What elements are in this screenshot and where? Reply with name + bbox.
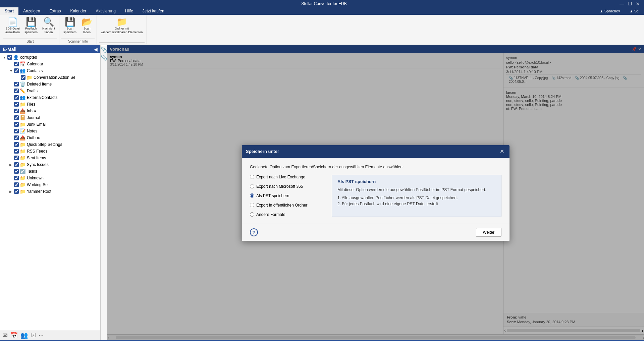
tree-item-tasks[interactable]: ☑️ Tasks [7, 168, 100, 175]
tree-item-unknown[interactable]: 📁 Unknown [7, 175, 100, 181]
language-button[interactable]: ▲ Sprache▾ [595, 7, 625, 15]
tab-anzeigen[interactable]: Anzeigen [18, 7, 45, 15]
option-als-pst[interactable]: Als PST speichern [250, 193, 324, 198]
tree-junk-email-checkbox[interactable] [14, 122, 19, 127]
tree-quick-step-checkbox[interactable] [14, 142, 19, 147]
tab-jetzt-kaufen[interactable]: Jetzt kaufen [138, 7, 169, 15]
attachment-strip: 📎 📎 [101, 45, 107, 340]
tree-tasks-checkbox[interactable] [14, 169, 19, 174]
ribbon-group-restore-buttons: 📁 Ordner mitwiederherstellbaren Elemente… [99, 16, 145, 42]
tree-calendar-checkbox[interactable] [14, 62, 19, 66]
tab-hilfe[interactable]: Hilfe [120, 7, 138, 15]
tab-aktivierung[interactable]: Aktivierung [91, 7, 120, 15]
tree-item-quick-step[interactable]: 📁 Quick Step Settings [7, 141, 100, 148]
sidebar-tree: ▼ 👤 corrupted 📅 Calendar ▼ 👥 Contacts [0, 53, 100, 330]
tree-unknown-checkbox[interactable] [14, 176, 19, 180]
tree-item-outbox[interactable]: 📤 Outbox [7, 134, 100, 141]
tree-notes-checkbox[interactable] [14, 129, 19, 133]
ribbon-tabs: Start Anzeigen Extras Kalender Aktivieru… [0, 7, 644, 15]
modal-options: Export nach Live Exchange Export nach Mi… [250, 175, 501, 217]
nav-contacts-icon[interactable]: 👥 [20, 332, 28, 339]
nav-calendar-icon[interactable]: 📅 [10, 332, 18, 339]
scan-laden-button[interactable]: 📂 Scanladen [79, 16, 95, 36]
tree-item-inbox[interactable]: 📥 Inbox [7, 108, 100, 114]
tree-item-contacts[interactable]: ▼ 👥 Contacts [7, 67, 100, 74]
postfach-speichern-button[interactable]: 💾 Postfachspeichern [22, 16, 40, 36]
tree-item-sync-issues[interactable]: ▶ 📁 Sync Issues [7, 161, 100, 168]
tree-item-drafts[interactable]: ✏️ Drafts [7, 88, 100, 94]
minimize-button[interactable]: — [619, 1, 625, 6]
sidebar-collapse-button[interactable]: ◀ [94, 47, 98, 52]
modal-overlay: Speichern unter ✕ Geeignete Option zum E… [107, 45, 644, 340]
tree-item-working-set[interactable]: 📁 Working Set [7, 181, 100, 188]
tree-deleted-checkbox[interactable] [14, 82, 19, 87]
rss-feeds-icon: 📁 [20, 149, 25, 154]
tree-item-yammer-root[interactable]: ▶ 📁 Yammer Root [7, 188, 100, 195]
tree-contacts-checkbox[interactable] [14, 68, 19, 73]
radio-andere[interactable] [250, 212, 254, 217]
ordner-wiederherstellbar-button[interactable]: 📁 Ordner mitwiederherstellbaren Elemente… [99, 16, 145, 36]
root-icon: 👤 [13, 55, 19, 60]
tree-sync-issues-checkbox[interactable] [14, 162, 19, 167]
nav-more-icon[interactable]: ··· [39, 332, 44, 339]
nav-email-icon[interactable]: ✉ [3, 332, 8, 339]
tree-files-checkbox[interactable] [14, 102, 19, 107]
ribbon-group-scan-label: Scannen Info [61, 39, 95, 43]
tree-root-checkbox[interactable] [7, 55, 12, 60]
modal-next-button[interactable]: Weiter [476, 228, 501, 237]
tab-start[interactable]: Start [0, 7, 18, 15]
option-andere[interactable]: Andere Formate [250, 212, 324, 217]
ribbon-content: 📄 EDB-Dateiauswählen 💾 Postfachspeichern… [0, 15, 644, 45]
ribbon-group-start: 📄 EDB-Dateiauswählen 💾 Postfachspeichern… [1, 15, 59, 44]
deleted-icon: 🗑️ [20, 81, 25, 87]
tree-conv-action-checkbox[interactable] [21, 75, 25, 80]
notes-icon: 📝 [20, 128, 25, 134]
radio-live-exchange[interactable] [250, 175, 254, 179]
option-microsoft365[interactable]: Export nach Microsoft 365 [250, 184, 324, 189]
tree-item-sent-items[interactable]: 📁 Sent Items [7, 155, 100, 161]
tree-yammer-root-checkbox[interactable] [14, 189, 19, 194]
nav-tasks-icon[interactable]: ☑ [31, 332, 36, 339]
expand-root-icon[interactable]: ▼ [3, 56, 7, 59]
tree-root-label: corrupted [20, 55, 37, 60]
close-button[interactable]: ✕ [635, 1, 641, 6]
tree-external-contacts-checkbox[interactable] [14, 95, 19, 100]
attachment-indicator: 📎 [101, 47, 107, 53]
maximize-button[interactable]: ❐ [627, 1, 633, 6]
nachricht-finden-button[interactable]: 🔍 Nachrichtfinden [40, 16, 57, 36]
tree-root[interactable]: ▼ 👤 corrupted [0, 54, 100, 61]
tree-item-junk-email[interactable]: 📁 Junk Email [7, 121, 100, 128]
radio-microsoft365[interactable] [250, 184, 254, 188]
tab-extras[interactable]: Extras [45, 7, 65, 15]
tree-inbox-checkbox[interactable] [14, 109, 19, 113]
option-live-exchange[interactable]: Export nach Live Exchange [250, 175, 324, 179]
tree-rss-feeds-checkbox[interactable] [14, 149, 19, 154]
modal-close-button[interactable]: ✕ [498, 148, 505, 155]
option-panel-title: Als PST speichern [337, 179, 496, 184]
style-button[interactable]: ▲ Stil [625, 7, 644, 15]
tree-item-calendar[interactable]: 📅 Calendar [7, 61, 100, 67]
tree-outbox-checkbox[interactable] [14, 135, 19, 140]
inbox-icon: 📥 [20, 108, 25, 114]
quick-step-icon: 📁 [20, 142, 25, 147]
find-message-icon: 🔍 [43, 17, 54, 26]
tree-drafts-checkbox[interactable] [14, 89, 19, 93]
tree-working-set-checkbox[interactable] [14, 182, 19, 187]
tree-item-external-contacts[interactable]: 👥 ExternalContacts [7, 94, 100, 101]
edb-datei-button[interactable]: 📄 EDB-Dateiauswählen [3, 16, 22, 36]
tree-item-notes[interactable]: 📝 Notes [7, 128, 100, 134]
tab-kalender[interactable]: Kalender [65, 7, 91, 15]
tree-item-rss-feeds[interactable]: 📁 RSS Feeds [7, 148, 100, 155]
ribbon-group-scan: 💾 Scanspeichern 📂 Scanladen Scannen Info [59, 15, 97, 44]
tree-item-deleted[interactable]: 🗑️ Deleted Items [7, 81, 100, 88]
radio-oeffentlich[interactable] [250, 203, 254, 207]
tree-journal-checkbox[interactable] [14, 115, 19, 120]
scan-speichern-button[interactable]: 💾 Scanspeichern [61, 16, 78, 36]
tree-sent-items-checkbox[interactable] [14, 156, 19, 160]
tree-item-journal[interactable]: 📔 Journal [7, 114, 100, 121]
option-oeffentlich[interactable]: Export in öffentlichen Ordner [250, 203, 324, 208]
radio-als-pst[interactable] [250, 193, 254, 198]
modal-help-icon[interactable]: ? [250, 228, 258, 236]
tree-item-conversation-action[interactable]: 📁 Conversation Action Se [13, 74, 100, 81]
tree-item-files[interactable]: 📁 Files [7, 101, 100, 108]
